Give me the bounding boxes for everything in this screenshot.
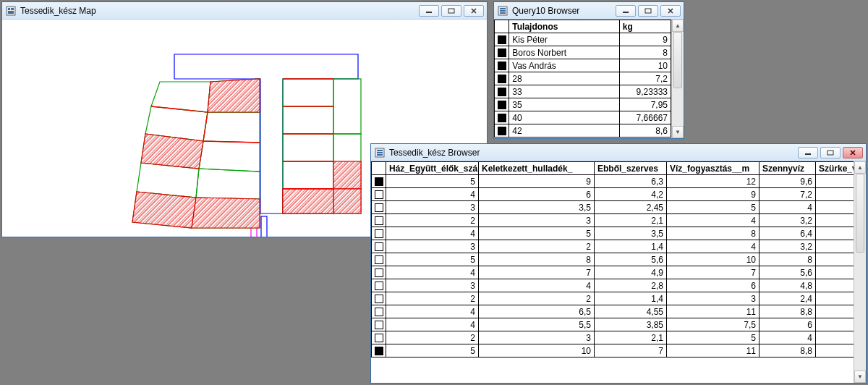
row-unselected-icon[interactable] <box>375 268 383 277</box>
minimize-button[interactable] <box>419 5 439 17</box>
table-row[interactable]: Boros Norbert8 <box>495 46 671 59</box>
cell[interactable]: 4 <box>760 201 816 214</box>
cell[interactable]: 5 <box>386 253 479 266</box>
table-row[interactable]: Vas András10 <box>495 59 671 72</box>
cell[interactable]: 5 <box>479 227 595 240</box>
minimize-button[interactable] <box>616 5 636 17</box>
row-selector[interactable] <box>495 46 509 59</box>
cell[interactable]: 4 <box>386 318 479 331</box>
col-szurke-viz[interactable]: Szürke_víz_v <box>816 162 854 175</box>
row-unselected-icon[interactable] <box>375 295 383 303</box>
cell[interactable]: 42 <box>509 124 620 138</box>
table-row[interactable]: 428,6 <box>495 124 671 138</box>
row-selector[interactable] <box>372 292 386 305</box>
cell[interactable]: 5,6 <box>595 253 667 266</box>
cell[interactable]: 8 <box>619 46 671 59</box>
cell[interactable]: 1,4 <box>595 240 667 253</box>
table-row[interactable]: Kis Péter9 <box>495 33 671 46</box>
row-unselected-icon[interactable] <box>375 255 383 264</box>
table-row[interactable]: 5107118,8 <box>372 344 854 358</box>
cell[interactable]: 35 <box>509 98 620 111</box>
cell[interactable]: 3,85 <box>595 318 667 331</box>
cell[interactable]: 9,23333 <box>619 85 671 98</box>
scroll-thumb[interactable] <box>673 32 682 88</box>
cell[interactable] <box>816 279 854 292</box>
cell[interactable]: 9 <box>667 188 760 201</box>
cell[interactable]: 5 <box>386 175 479 188</box>
table-row[interactable]: 585,6108 <box>372 253 854 266</box>
scroll-track[interactable] <box>672 32 684 126</box>
row-selector[interactable] <box>372 331 386 344</box>
vertical-scrollbar[interactable]: ▲ ▼ <box>854 161 866 383</box>
select-all-header[interactable] <box>495 20 509 33</box>
cell[interactable]: 4 <box>386 266 479 279</box>
cell[interactable]: 11 <box>667 305 760 318</box>
cell[interactable]: 4 <box>386 227 479 240</box>
cell[interactable]: 7 <box>479 266 595 279</box>
row-selected-icon[interactable] <box>498 114 506 122</box>
row-selector[interactable] <box>372 266 386 279</box>
cell[interactable]: 2,4 <box>760 292 816 305</box>
col-ebbol-szerves[interactable]: Ebből_szerves <box>595 162 667 175</box>
vertical-scrollbar[interactable]: ▲ ▼ <box>671 20 684 138</box>
row-selected-icon[interactable] <box>375 177 383 186</box>
cell[interactable]: Kis Péter <box>509 33 620 46</box>
row-selected-icon[interactable] <box>498 35 506 44</box>
cell[interactable]: 5 <box>667 201 760 214</box>
table-row[interactable]: 474,975,6 <box>372 266 854 279</box>
col-keletkezett[interactable]: Keletkezett_hulladék_ <box>479 162 595 175</box>
table-row[interactable]: 33,52,4554 <box>372 201 854 214</box>
cell[interactable]: 5,6 <box>760 266 816 279</box>
table-row[interactable]: 46,54,55118,8 <box>372 305 854 318</box>
cell[interactable]: 8,8 <box>760 344 816 358</box>
big-browser-titlebar[interactable]: Tessedik_kész Browser <box>371 144 866 161</box>
row-selector[interactable] <box>495 124 509 138</box>
cell[interactable] <box>816 266 854 279</box>
cell[interactable] <box>816 292 854 305</box>
maximize-button[interactable] <box>820 147 841 158</box>
scroll-up-button[interactable]: ▲ <box>672 20 684 32</box>
cell[interactable]: 3 <box>386 279 479 292</box>
row-selector[interactable] <box>372 240 386 253</box>
cell[interactable]: 4,55 <box>595 305 667 318</box>
row-unselected-icon[interactable] <box>375 229 383 238</box>
row-selector[interactable] <box>372 175 386 188</box>
row-selector[interactable] <box>372 201 386 214</box>
row-selector[interactable] <box>495 72 509 85</box>
cell[interactable] <box>816 214 854 227</box>
cell[interactable]: 4 <box>386 188 479 201</box>
cell[interactable]: 4,8 <box>760 279 816 292</box>
cell[interactable]: 12 <box>667 175 760 188</box>
cell[interactable]: 7,95 <box>619 98 671 111</box>
table-row[interactable]: 232,143,2 <box>372 214 854 227</box>
table-row[interactable]: 453,586,4 <box>372 227 854 240</box>
row-unselected-icon[interactable] <box>375 242 383 251</box>
cell[interactable]: 4,9 <box>595 266 667 279</box>
cell[interactable]: 4 <box>760 331 816 344</box>
map-titlebar[interactable]: Tessedik_kész Map <box>2 2 487 20</box>
cell[interactable]: Vas András <box>509 59 620 72</box>
table-row[interactable]: 221,432,4 <box>372 292 854 305</box>
cell[interactable]: Boros Norbert <box>509 46 620 59</box>
col-haz-egyutt[interactable]: Ház_Együtt_élők_szá <box>386 162 479 175</box>
cell[interactable]: 2 <box>479 240 595 253</box>
table-row[interactable]: 596,3129,6 <box>372 175 854 188</box>
cell[interactable]: 2 <box>386 214 479 227</box>
cell[interactable]: 6,3 <box>595 175 667 188</box>
query-titlebar[interactable]: Query10 Browser <box>494 2 684 20</box>
cell[interactable]: 6,4 <box>760 227 816 240</box>
cell[interactable] <box>816 175 854 188</box>
row-selector[interactable] <box>495 33 509 46</box>
big-table[interactable]: Ház_Együtt_élők_szá Keletkezett_hulladék… <box>371 161 854 358</box>
cell[interactable] <box>816 253 854 266</box>
cell[interactable]: 3 <box>479 214 595 227</box>
query-table[interactable]: Tulajdonos kg Kis Péter9Boros Norbert8Va… <box>494 20 671 138</box>
row-unselected-icon[interactable] <box>375 334 383 342</box>
row-selector[interactable] <box>495 59 509 72</box>
select-all-header[interactable] <box>372 162 386 175</box>
cell[interactable]: 4 <box>479 279 595 292</box>
col-szennyviz[interactable]: Szennyvíz <box>760 162 816 175</box>
minimize-button[interactable] <box>798 147 818 158</box>
cell[interactable]: 6 <box>479 188 595 201</box>
row-selected-icon[interactable] <box>498 75 506 83</box>
